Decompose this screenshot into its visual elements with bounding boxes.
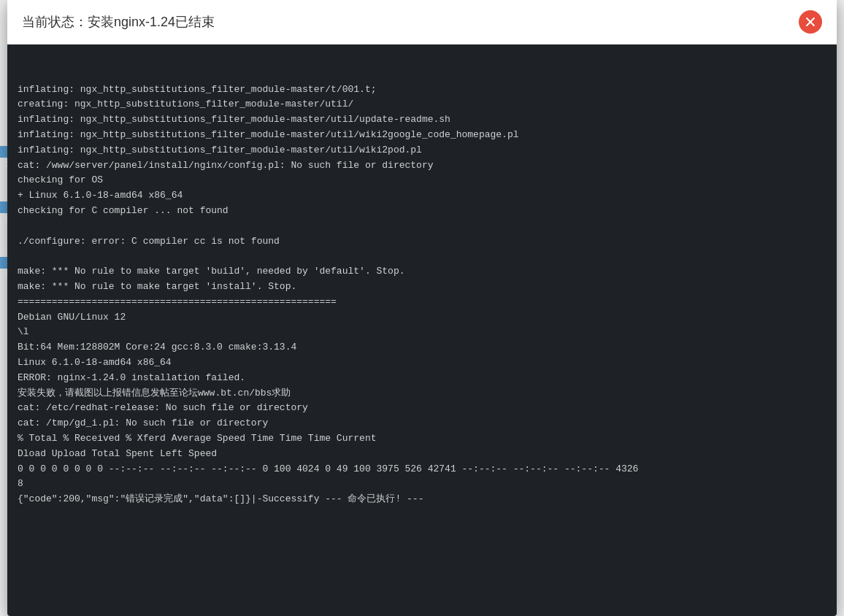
terminal-line — [18, 249, 826, 264]
terminal-line: make: *** No rule to make target 'instal… — [18, 280, 826, 295]
terminal-line: cat: /tmp/gd_i.pl: No such file or direc… — [18, 416, 826, 431]
terminal-line: inflating: ngx_http_substitutions_filter… — [18, 82, 826, 98]
terminal-line: 8 — [18, 477, 826, 492]
terminal-line: inflating: ngx_http_substitutions_filter… — [18, 112, 826, 128]
modal-title: 当前状态：安装nginx-1.24已结束 — [22, 13, 215, 31]
install-modal: 当前状态：安装nginx-1.24已结束 inflating: ngx_http… — [7, 0, 837, 616]
terminal-line: inflating: ngx_http_substitutions_filter… — [18, 143, 826, 158]
terminal-line: Bit:64 Mem:128802M Core:24 gcc:8.3.0 cma… — [18, 340, 826, 355]
terminal-line: Linux 6.1.0-18-amd64 x86_64 — [18, 355, 826, 371]
terminal-line: % Total % Received % Xferd Average Speed… — [18, 431, 826, 447]
modal-header: 当前状态：安装nginx-1.24已结束 — [7, 0, 837, 45]
terminal-line: creating: ngx_http_substitutions_filter_… — [18, 97, 826, 112]
terminal-line: cat: /www/server/panel/install/nginx/con… — [18, 158, 826, 174]
terminal-line: 安装失败，请截图以上报错信息发帖至论坛www.bt.cn/bbs求助 — [18, 386, 826, 401]
terminal-line: {"code":200,"msg":"错误记录完成","data":[]}|-S… — [18, 492, 826, 507]
terminal-line: Dload Upload Total Spent Left Speed — [18, 447, 826, 462]
terminal-line: 0 0 0 0 0 0 0 0 --:--:-- --:--:-- --:--:… — [18, 462, 826, 477]
terminal-line: ./configure: error: C compiler cc is not… — [18, 234, 826, 250]
terminal-line: \l — [18, 325, 826, 340]
terminal-line: inflating: ngx_http_substitutions_filter… — [18, 128, 826, 143]
terminal-line: checking for OS — [18, 173, 826, 188]
terminal-line: + Linux 6.1.0-18-amd64 x86_64 — [18, 188, 826, 204]
terminal-line: ERROR: nginx-1.24.0 installation failed. — [18, 371, 826, 386]
terminal-line — [18, 219, 826, 234]
terminal-line: ========================================… — [18, 295, 826, 310]
close-button[interactable] — [799, 10, 822, 34]
terminal-line: checking for C compiler ... not found — [18, 204, 826, 219]
terminal-output[interactable]: inflating: ngx_http_substitutions_filter… — [7, 45, 837, 616]
terminal-line: make: *** No rule to make target 'build'… — [18, 264, 826, 280]
terminal-line: Debian GNU/Linux 12 — [18, 310, 826, 326]
terminal-line: cat: /etc/redhat-release: No such file o… — [18, 401, 826, 416]
